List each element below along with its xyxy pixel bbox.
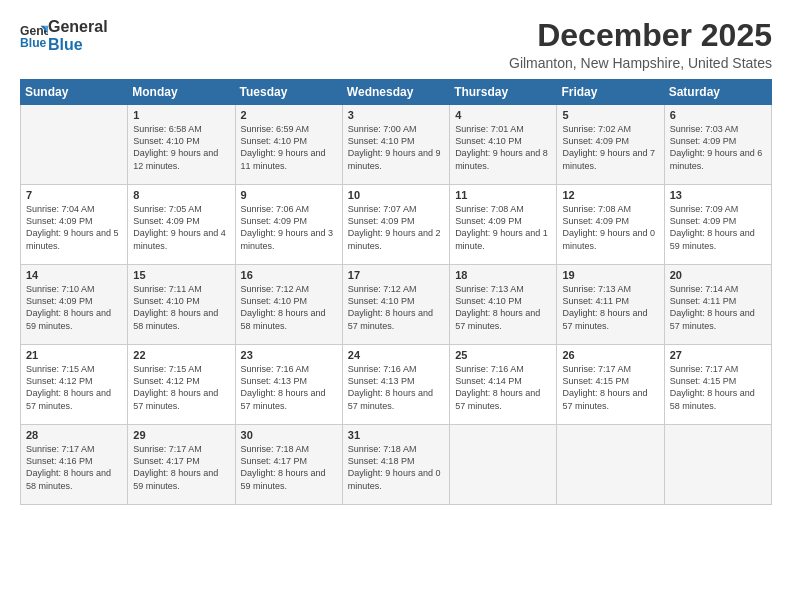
weekday-header-monday: Monday bbox=[128, 80, 235, 105]
day-info: Sunrise: 7:15 AMSunset: 4:12 PMDaylight:… bbox=[26, 363, 122, 412]
calendar-cell: 8Sunrise: 7:05 AMSunset: 4:09 PMDaylight… bbox=[128, 185, 235, 265]
daylight-text: Daylight: 8 hours and 57 minutes. bbox=[562, 308, 647, 330]
day-number: 15 bbox=[133, 269, 229, 281]
daylight-text: Daylight: 9 hours and 1 minute. bbox=[455, 228, 548, 250]
sunset-text: Sunset: 4:15 PM bbox=[670, 376, 737, 386]
calendar-cell: 13Sunrise: 7:09 AMSunset: 4:09 PMDayligh… bbox=[664, 185, 771, 265]
sunrise-text: Sunrise: 7:11 AM bbox=[133, 284, 202, 294]
daylight-text: Daylight: 9 hours and 9 minutes. bbox=[348, 148, 441, 170]
day-number: 26 bbox=[562, 349, 658, 361]
day-info: Sunrise: 7:18 AMSunset: 4:17 PMDaylight:… bbox=[241, 443, 337, 492]
daylight-text: Daylight: 8 hours and 57 minutes. bbox=[241, 388, 326, 410]
day-info: Sunrise: 7:08 AMSunset: 4:09 PMDaylight:… bbox=[455, 203, 551, 252]
svg-text:Blue: Blue bbox=[20, 36, 47, 50]
sunset-text: Sunset: 4:13 PM bbox=[348, 376, 415, 386]
day-number: 28 bbox=[26, 429, 122, 441]
day-number: 13 bbox=[670, 189, 766, 201]
sunset-text: Sunset: 4:09 PM bbox=[562, 216, 629, 226]
day-info: Sunrise: 7:06 AMSunset: 4:09 PMDaylight:… bbox=[241, 203, 337, 252]
sunset-text: Sunset: 4:17 PM bbox=[133, 456, 200, 466]
calendar-cell: 9Sunrise: 7:06 AMSunset: 4:09 PMDaylight… bbox=[235, 185, 342, 265]
day-number: 3 bbox=[348, 109, 444, 121]
day-info: Sunrise: 7:17 AMSunset: 4:15 PMDaylight:… bbox=[562, 363, 658, 412]
daylight-text: Daylight: 8 hours and 59 minutes. bbox=[670, 228, 755, 250]
day-number: 21 bbox=[26, 349, 122, 361]
daylight-text: Daylight: 8 hours and 59 minutes. bbox=[26, 308, 111, 330]
day-info: Sunrise: 7:00 AMSunset: 4:10 PMDaylight:… bbox=[348, 123, 444, 172]
calendar-cell: 20Sunrise: 7:14 AMSunset: 4:11 PMDayligh… bbox=[664, 265, 771, 345]
sunrise-text: Sunrise: 7:09 AM bbox=[670, 204, 739, 214]
calendar-cell: 27Sunrise: 7:17 AMSunset: 4:15 PMDayligh… bbox=[664, 345, 771, 425]
calendar-cell bbox=[21, 105, 128, 185]
day-number: 4 bbox=[455, 109, 551, 121]
sunrise-text: Sunrise: 7:00 AM bbox=[348, 124, 417, 134]
sunset-text: Sunset: 4:13 PM bbox=[241, 376, 308, 386]
day-info: Sunrise: 7:03 AMSunset: 4:09 PMDaylight:… bbox=[670, 123, 766, 172]
day-info: Sunrise: 7:16 AMSunset: 4:13 PMDaylight:… bbox=[241, 363, 337, 412]
sunrise-text: Sunrise: 7:10 AM bbox=[26, 284, 95, 294]
daylight-text: Daylight: 8 hours and 58 minutes. bbox=[670, 388, 755, 410]
daylight-text: Daylight: 8 hours and 58 minutes. bbox=[241, 308, 326, 330]
calendar-cell: 5Sunrise: 7:02 AMSunset: 4:09 PMDaylight… bbox=[557, 105, 664, 185]
location: Gilmanton, New Hampshire, United States bbox=[509, 55, 772, 71]
day-info: Sunrise: 7:14 AMSunset: 4:11 PMDaylight:… bbox=[670, 283, 766, 332]
calendar-week-4: 21Sunrise: 7:15 AMSunset: 4:12 PMDayligh… bbox=[21, 345, 772, 425]
calendar-page: General Blue General Blue December 2025 … bbox=[0, 0, 792, 612]
day-number: 7 bbox=[26, 189, 122, 201]
day-number: 24 bbox=[348, 349, 444, 361]
day-number: 9 bbox=[241, 189, 337, 201]
calendar-cell: 26Sunrise: 7:17 AMSunset: 4:15 PMDayligh… bbox=[557, 345, 664, 425]
day-number: 31 bbox=[348, 429, 444, 441]
day-number: 2 bbox=[241, 109, 337, 121]
day-info: Sunrise: 7:11 AMSunset: 4:10 PMDaylight:… bbox=[133, 283, 229, 332]
sunrise-text: Sunrise: 7:12 AM bbox=[241, 284, 310, 294]
daylight-text: Daylight: 8 hours and 57 minutes. bbox=[670, 308, 755, 330]
calendar-cell: 10Sunrise: 7:07 AMSunset: 4:09 PMDayligh… bbox=[342, 185, 449, 265]
sunset-text: Sunset: 4:09 PM bbox=[455, 216, 522, 226]
sunset-text: Sunset: 4:09 PM bbox=[348, 216, 415, 226]
calendar-cell: 6Sunrise: 7:03 AMSunset: 4:09 PMDaylight… bbox=[664, 105, 771, 185]
sunset-text: Sunset: 4:11 PM bbox=[562, 296, 629, 306]
sunset-text: Sunset: 4:10 PM bbox=[348, 296, 415, 306]
day-number: 22 bbox=[133, 349, 229, 361]
calendar-cell: 21Sunrise: 7:15 AMSunset: 4:12 PMDayligh… bbox=[21, 345, 128, 425]
sunset-text: Sunset: 4:18 PM bbox=[348, 456, 415, 466]
logo-text-general: General bbox=[48, 18, 108, 36]
calendar-cell: 4Sunrise: 7:01 AMSunset: 4:10 PMDaylight… bbox=[450, 105, 557, 185]
sunrise-text: Sunrise: 7:08 AM bbox=[562, 204, 631, 214]
daylight-text: Daylight: 8 hours and 58 minutes. bbox=[133, 308, 218, 330]
calendar-cell bbox=[450, 425, 557, 505]
weekday-header-friday: Friday bbox=[557, 80, 664, 105]
daylight-text: Daylight: 8 hours and 57 minutes. bbox=[133, 388, 218, 410]
sunrise-text: Sunrise: 7:04 AM bbox=[26, 204, 95, 214]
day-number: 5 bbox=[562, 109, 658, 121]
calendar-cell: 12Sunrise: 7:08 AMSunset: 4:09 PMDayligh… bbox=[557, 185, 664, 265]
daylight-text: Daylight: 9 hours and 11 minutes. bbox=[241, 148, 326, 170]
daylight-text: Daylight: 9 hours and 8 minutes. bbox=[455, 148, 548, 170]
sunset-text: Sunset: 4:09 PM bbox=[26, 296, 93, 306]
sunset-text: Sunset: 4:10 PM bbox=[133, 136, 200, 146]
sunrise-text: Sunrise: 7:18 AM bbox=[348, 444, 417, 454]
sunrise-text: Sunrise: 7:13 AM bbox=[455, 284, 524, 294]
day-info: Sunrise: 7:12 AMSunset: 4:10 PMDaylight:… bbox=[241, 283, 337, 332]
daylight-text: Daylight: 9 hours and 4 minutes. bbox=[133, 228, 226, 250]
sunrise-text: Sunrise: 7:12 AM bbox=[348, 284, 417, 294]
sunrise-text: Sunrise: 7:07 AM bbox=[348, 204, 417, 214]
daylight-text: Daylight: 9 hours and 6 minutes. bbox=[670, 148, 763, 170]
calendar-cell: 22Sunrise: 7:15 AMSunset: 4:12 PMDayligh… bbox=[128, 345, 235, 425]
sunrise-text: Sunrise: 7:17 AM bbox=[133, 444, 202, 454]
day-info: Sunrise: 7:02 AMSunset: 4:09 PMDaylight:… bbox=[562, 123, 658, 172]
day-number: 6 bbox=[670, 109, 766, 121]
sunset-text: Sunset: 4:09 PM bbox=[670, 216, 737, 226]
day-info: Sunrise: 7:17 AMSunset: 4:17 PMDaylight:… bbox=[133, 443, 229, 492]
sunrise-text: Sunrise: 7:16 AM bbox=[455, 364, 524, 374]
sunset-text: Sunset: 4:09 PM bbox=[133, 216, 200, 226]
sunrise-text: Sunrise: 7:17 AM bbox=[562, 364, 631, 374]
calendar-cell: 29Sunrise: 7:17 AMSunset: 4:17 PMDayligh… bbox=[128, 425, 235, 505]
day-info: Sunrise: 7:15 AMSunset: 4:12 PMDaylight:… bbox=[133, 363, 229, 412]
day-info: Sunrise: 7:13 AMSunset: 4:10 PMDaylight:… bbox=[455, 283, 551, 332]
logo-icon: General Blue bbox=[20, 22, 48, 50]
calendar-cell bbox=[664, 425, 771, 505]
sunset-text: Sunset: 4:10 PM bbox=[455, 136, 522, 146]
daylight-text: Daylight: 8 hours and 58 minutes. bbox=[26, 468, 111, 490]
